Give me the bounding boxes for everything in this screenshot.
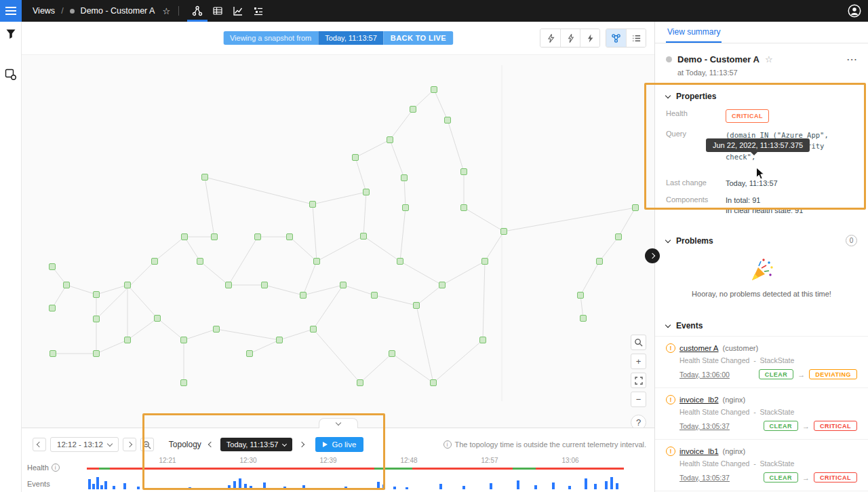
time-range-dropdown[interactable]: 12:12 - 13:12 <box>50 437 119 452</box>
snapshot-prev-button[interactable] <box>205 438 216 451</box>
table-view-icon[interactable] <box>208 0 228 22</box>
topology-node[interactable] <box>387 137 393 143</box>
topology-node[interactable] <box>410 107 416 113</box>
topology-node[interactable] <box>125 282 131 288</box>
events-bars[interactable] <box>87 474 624 489</box>
event-time-link[interactable]: Today, 13:05:37 <box>679 422 730 430</box>
topology-node[interactable] <box>50 264 56 270</box>
lightning-outline-icon[interactable] <box>540 29 560 47</box>
topology-node[interactable] <box>277 337 283 343</box>
topology-node[interactable] <box>64 282 70 288</box>
properties-section-header[interactable]: Properties <box>655 83 868 109</box>
topology-node[interactable] <box>214 326 220 333</box>
topology-node[interactable] <box>340 282 347 288</box>
favorite-star-icon[interactable] <box>162 6 170 16</box>
event-component-link[interactable]: invoice_lb1 <box>679 447 719 455</box>
user-avatar[interactable] <box>848 4 861 18</box>
hamburger-menu-icon[interactable] <box>0 0 22 22</box>
events-section-header[interactable]: Events <box>655 313 868 336</box>
topology-node[interactable] <box>580 316 587 322</box>
topology-node[interactable] <box>310 202 316 208</box>
zoom-out-button[interactable]: − <box>631 392 646 407</box>
lightning-filled-icon[interactable] <box>580 29 599 47</box>
back-to-live-button[interactable]: BACK TO LIVE <box>384 31 453 45</box>
health-info-icon[interactable] <box>52 463 60 472</box>
topology-node[interactable] <box>363 189 370 195</box>
topology-node[interactable] <box>389 351 395 357</box>
timeline-chart[interactable]: 12:2112:3012:3912:4812:5713:06 <box>87 457 624 491</box>
topology-node[interactable] <box>50 351 56 357</box>
topology-node[interactable] <box>181 380 187 386</box>
more-options-icon[interactable] <box>846 53 857 66</box>
topology-node[interactable] <box>372 292 378 299</box>
event-list-item[interactable]: invoice_lb1 (nginx) Health State Changed… <box>655 439 868 491</box>
topology-node[interactable] <box>155 316 161 322</box>
event-component-link[interactable]: customer A <box>679 344 719 352</box>
metrics-view-icon[interactable] <box>228 0 248 22</box>
topology-node[interactable] <box>633 205 639 211</box>
last-change-value[interactable]: Today, 11:13:57 <box>726 178 778 189</box>
topology-node[interactable] <box>125 337 131 343</box>
topology-canvas[interactable]: + − ? <box>22 54 654 428</box>
topology-visualization-icon[interactable] <box>606 29 626 47</box>
topology-node[interactable] <box>597 259 603 265</box>
topology-node[interactable] <box>181 337 187 343</box>
topology-node[interactable] <box>403 205 409 211</box>
list-visualization-icon[interactable] <box>626 29 646 47</box>
topology-node[interactable] <box>182 234 188 240</box>
timeline-zoom-out-icon[interactable] <box>140 438 154 451</box>
events-view-icon[interactable] <box>248 0 269 22</box>
filter-icon[interactable] <box>5 28 17 40</box>
topology-node[interactable] <box>314 259 320 265</box>
range-prev-button[interactable] <box>33 438 46 451</box>
event-time-link[interactable]: Today, 13:05:37 <box>679 474 730 482</box>
topology-node[interactable] <box>414 303 420 309</box>
topology-node[interactable] <box>94 292 100 298</box>
topology-node[interactable] <box>152 259 158 265</box>
topology-node[interactable] <box>212 234 218 240</box>
topology-node[interactable] <box>431 380 437 386</box>
topology-node[interactable] <box>501 229 507 235</box>
view-favorite-star-icon[interactable] <box>765 54 773 64</box>
fit-to-screen-icon[interactable] <box>631 373 646 388</box>
health-track[interactable] <box>87 468 624 470</box>
topology-node[interactable] <box>94 316 100 322</box>
go-live-button[interactable]: Go live <box>315 437 363 452</box>
timeline-collapse-tab[interactable] <box>319 418 358 428</box>
topology-node[interactable] <box>353 155 359 161</box>
topology-node[interactable] <box>226 282 232 288</box>
topology-node[interactable] <box>361 233 367 240</box>
topology-node[interactable] <box>262 282 268 288</box>
topology-view-icon[interactable] <box>187 0 208 22</box>
topology-node[interactable] <box>50 305 56 311</box>
topology-node[interactable] <box>202 174 208 181</box>
zoom-in-button[interactable]: + <box>631 354 646 369</box>
range-next-button[interactable] <box>123 438 136 451</box>
topology-node[interactable] <box>357 380 363 386</box>
problems-section-header[interactable]: Problems 0 <box>655 227 868 254</box>
topology-node[interactable] <box>461 205 467 211</box>
tab-view-summary[interactable]: View summary <box>666 22 722 43</box>
snapshot-time-dropdown[interactable]: Today, 11:13:57 <box>220 438 293 451</box>
topology-node[interactable] <box>480 337 486 343</box>
breadcrumb-view-name[interactable]: Demo - Customer A <box>81 6 155 16</box>
topology-node[interactable] <box>439 282 446 288</box>
event-component-link[interactable]: invoice_lb2 <box>679 396 719 404</box>
topology-node[interactable] <box>445 117 451 124</box>
breadcrumb-views[interactable]: Views <box>33 6 55 16</box>
topology-node[interactable] <box>94 351 100 357</box>
topology-node[interactable] <box>255 234 261 240</box>
topology-node[interactable] <box>578 292 584 299</box>
event-list-item[interactable]: invoice_lb2 (nginx) Health State Changed… <box>655 387 868 439</box>
topology-node[interactable] <box>287 234 293 240</box>
topology-node[interactable] <box>401 175 408 181</box>
topology-node[interactable] <box>482 259 488 265</box>
component-settings-icon[interactable] <box>5 69 17 81</box>
topology-node[interactable] <box>300 292 307 299</box>
snapshot-next-button[interactable] <box>296 438 307 451</box>
topology-node[interactable] <box>247 351 253 357</box>
panel-expander-icon[interactable] <box>645 248 660 263</box>
topology-node[interactable] <box>461 169 467 175</box>
topology-node[interactable] <box>311 326 317 333</box>
search-zoom-icon[interactable] <box>631 335 646 350</box>
